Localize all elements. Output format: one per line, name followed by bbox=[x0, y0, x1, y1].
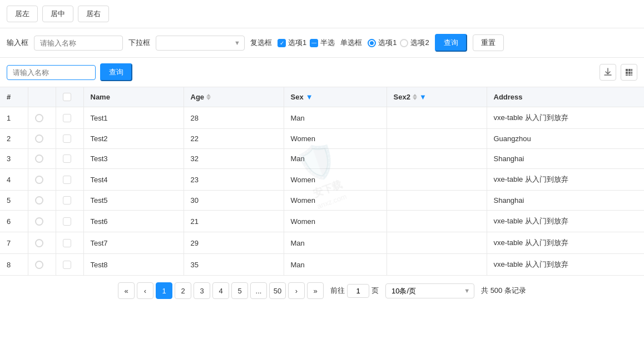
th-sex: Sex ▼ bbox=[284, 87, 387, 107]
cell-sex2 bbox=[387, 129, 487, 149]
align-center-button[interactable]: 居中 bbox=[42, 6, 73, 22]
filter-query-button[interactable]: 查询 bbox=[435, 34, 467, 52]
radio-option1-label: 选项1 bbox=[378, 38, 397, 48]
page-prev-btn[interactable]: ‹ bbox=[137, 282, 153, 299]
row-radio-btn[interactable] bbox=[35, 114, 43, 122]
header-checkbox[interactable] bbox=[63, 93, 71, 101]
cell-checkbox[interactable] bbox=[56, 191, 83, 211]
th-age: Age bbox=[184, 87, 284, 107]
cell-address: vxe-table 从入门到放弃 bbox=[487, 254, 644, 276]
page-next-btn[interactable]: › bbox=[288, 282, 305, 299]
row-checkbox-btn[interactable] bbox=[63, 154, 71, 163]
sex2-filter-icon[interactable]: ▼ bbox=[419, 93, 427, 101]
filter-name-input[interactable] bbox=[34, 36, 123, 51]
row-checkbox-btn[interactable] bbox=[63, 261, 71, 269]
cell-sex: Women bbox=[284, 191, 387, 211]
download-icon-btn[interactable] bbox=[600, 64, 616, 81]
cell-radio[interactable] bbox=[28, 107, 56, 129]
page-1-btn[interactable]: 1 bbox=[156, 282, 172, 299]
checkbox-option1[interactable]: 选项1 bbox=[278, 38, 306, 48]
pagination: « ‹ 1 2 3 4 5 ... 50 › » 前往 页 10条/页 20条/… bbox=[0, 275, 644, 306]
page-last-btn[interactable]: » bbox=[307, 282, 324, 299]
table-body: 1 Test1 28 Man vxe-table 从入门到放弃 2 Test2 … bbox=[0, 107, 644, 276]
filter-select[interactable] bbox=[156, 36, 245, 51]
cell-sex2 bbox=[387, 232, 487, 254]
cell-radio[interactable] bbox=[28, 129, 56, 149]
cell-checkbox[interactable] bbox=[56, 129, 83, 149]
row-radio-btn[interactable] bbox=[35, 196, 43, 205]
cell-sex: Women bbox=[284, 169, 387, 191]
cell-checkbox[interactable] bbox=[56, 254, 83, 276]
radio-option1[interactable]: 选项1 bbox=[368, 38, 397, 48]
row-checkbox-btn[interactable] bbox=[63, 239, 71, 247]
align-right-button[interactable]: 居右 bbox=[78, 6, 109, 22]
table-header-row: # Name Age Sex bbox=[0, 87, 644, 107]
age-sort-icon[interactable] bbox=[206, 94, 211, 100]
row-checkbox-btn[interactable] bbox=[63, 114, 71, 122]
search-name-input[interactable] bbox=[7, 65, 96, 80]
cell-sex: Women bbox=[284, 211, 387, 232]
row-checkbox-btn[interactable] bbox=[63, 196, 71, 205]
search-query-button[interactable]: 查询 bbox=[100, 63, 132, 81]
cell-name: Test4 bbox=[83, 169, 184, 191]
align-left-button[interactable]: 居左 bbox=[7, 6, 38, 22]
page-2-btn[interactable]: 2 bbox=[175, 282, 191, 299]
cell-address: Shanghai bbox=[487, 149, 644, 169]
th-seq: # bbox=[0, 87, 28, 107]
table-row: 5 Test5 30 Women Shanghai bbox=[0, 191, 644, 211]
page-4-btn[interactable]: 4 bbox=[212, 282, 229, 299]
cell-seq: 3 bbox=[0, 149, 28, 169]
cell-radio[interactable] bbox=[28, 169, 56, 191]
sex-filter-icon[interactable]: ▼ bbox=[306, 93, 313, 101]
goto-page-input[interactable] bbox=[347, 284, 369, 298]
cell-sex2 bbox=[387, 254, 487, 276]
cell-checkbox[interactable] bbox=[56, 107, 83, 129]
sex2-sort-icon[interactable] bbox=[413, 94, 417, 100]
th-address: Address bbox=[487, 87, 644, 107]
cell-radio[interactable] bbox=[28, 211, 56, 232]
row-checkbox-btn[interactable] bbox=[63, 134, 71, 143]
cell-checkbox[interactable] bbox=[56, 169, 83, 191]
radio-option2[interactable]: 选项2 bbox=[400, 38, 429, 48]
cell-radio[interactable] bbox=[28, 232, 56, 254]
page-size-wrap: 10条/页 20条/页 50条/页 ▼ bbox=[385, 283, 474, 298]
checkbox-label: 复选框 bbox=[250, 38, 272, 48]
filter-reset-button[interactable]: 重置 bbox=[473, 34, 504, 51]
cell-seq: 2 bbox=[0, 129, 28, 149]
page-50-btn[interactable]: 50 bbox=[269, 282, 286, 299]
svg-rect-6 bbox=[626, 74, 628, 76]
cell-radio[interactable] bbox=[28, 149, 56, 169]
radio-group: 选项1 选项2 bbox=[368, 38, 429, 48]
row-radio-btn[interactable] bbox=[35, 261, 43, 269]
row-checkbox-btn[interactable] bbox=[63, 176, 71, 184]
row-radio-btn[interactable] bbox=[35, 176, 43, 184]
cell-radio[interactable] bbox=[28, 254, 56, 276]
cell-sex: Man bbox=[284, 254, 387, 276]
filter-select-wrap: ▼ bbox=[156, 36, 245, 51]
cell-name: Test6 bbox=[83, 211, 184, 232]
row-radio-btn[interactable] bbox=[35, 134, 43, 143]
row-radio-btn[interactable] bbox=[35, 217, 43, 226]
svg-rect-8 bbox=[631, 74, 632, 76]
cell-seq: 8 bbox=[0, 254, 28, 276]
table-row: 6 Test6 21 Women vxe-table 从入门到放弃 bbox=[0, 211, 644, 232]
page-3-btn[interactable]: 3 bbox=[194, 282, 210, 299]
cell-seq: 7 bbox=[0, 232, 28, 254]
cell-checkbox[interactable] bbox=[56, 149, 83, 169]
cell-checkbox[interactable] bbox=[56, 211, 83, 232]
th-radio bbox=[28, 87, 56, 107]
checkbox-half[interactable]: 半选 bbox=[310, 38, 335, 48]
goto-label: 前往 bbox=[330, 286, 345, 296]
row-radio-btn[interactable] bbox=[35, 154, 43, 163]
page-5-btn[interactable]: 5 bbox=[231, 282, 248, 299]
th-checkbox[interactable] bbox=[56, 87, 83, 107]
row-radio-btn[interactable] bbox=[35, 239, 43, 247]
grid-icon-btn[interactable] bbox=[621, 64, 637, 81]
page-size-select[interactable]: 10条/页 20条/页 50条/页 bbox=[385, 283, 474, 298]
cell-radio[interactable] bbox=[28, 191, 56, 211]
row-checkbox-btn[interactable] bbox=[63, 217, 71, 226]
svg-rect-5 bbox=[631, 72, 632, 74]
cell-age: 22 bbox=[184, 129, 284, 149]
cell-checkbox[interactable] bbox=[56, 232, 83, 254]
page-first-btn[interactable]: « bbox=[118, 282, 135, 299]
